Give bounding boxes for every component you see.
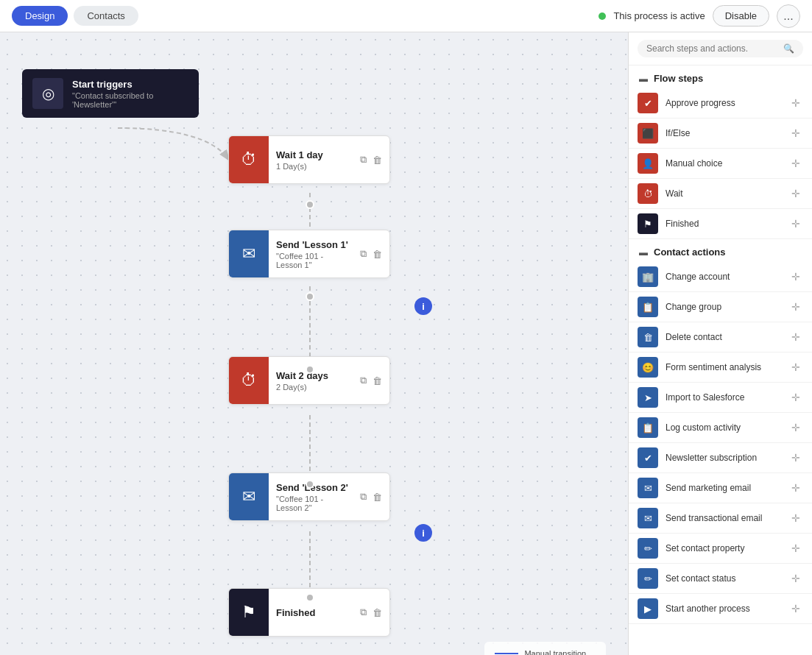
flow-step-label: Manual choice [666,158,781,169]
wait2-actions: ⧉ 🗑 [359,373,389,388]
send1-icon: ✉ [229,230,269,277]
contact-action-item[interactable]: 🗑 Delete contact ✛ [629,322,812,353]
contact-action-add-btn[interactable]: ✛ [788,269,803,284]
send2-icon: ✉ [229,473,269,520]
finished-icon: ⚑ [229,589,269,636]
contact-action-label: Delete contact [666,332,781,342]
more-options-button[interactable]: ... [777,4,800,28]
connector-dot-3 [306,365,314,374]
contact-action-add-btn[interactable]: ✛ [788,360,803,375]
contact-action-label: Start another process [666,603,781,614]
flow-step-icon: 👤 [638,153,658,174]
wait2-delete-btn[interactable]: 🗑 [371,374,384,388]
contact-action-add-btn[interactable]: ✛ [788,450,803,465]
flow-step-label: Finished [666,219,781,229]
collapse-icon[interactable]: ▬ [639,74,648,84]
finished-actions: ⧉ 🗑 [359,605,389,620]
node-wait2[interactable]: ⏱ Wait 2 days 2 Day(s) ⧉ 🗑 [228,356,390,405]
collapse-icon-2[interactable]: ▬ [639,247,648,258]
search-icon: 🔍 [783,43,794,54]
contact-action-add-btn[interactable]: ✛ [788,390,803,405]
flow-steps-label: Flow steps [654,73,703,84]
wait2-subtitle: 2 Day(s) [276,383,351,392]
contact-actions-header: ▬ Contact actions [629,239,812,262]
start-trigger-title: Start triggers [72,79,188,90]
flow-steps-list: ✔ Approve progress ✛ ⬛ If/Else ✛ 👤 Manua… [629,88,812,239]
flow-step-add-btn[interactable]: ✛ [788,216,803,231]
flow-step-item[interactable]: ✔ Approve progress ✛ [629,88,812,118]
wait1-delete-btn[interactable]: 🗑 [371,153,384,167]
send2-delete-btn[interactable]: 🗑 [371,490,384,504]
contact-action-item[interactable]: ▶ Start another process ✛ [629,594,812,624]
contact-action-add-btn[interactable]: ✛ [788,541,803,556]
contact-action-icon: ✉ [638,478,658,498]
contact-action-add-btn[interactable]: ✛ [788,511,803,525]
send2-subtitle: "Coffee 101 - Lesson 2" [276,495,351,512]
contact-action-label: Newsletter subscription [666,453,781,463]
contact-action-icon: ▶ [638,598,658,619]
contact-action-item[interactable]: ✉ Send transactional email ✛ [629,503,812,534]
contact-action-add-btn[interactable]: ✛ [788,601,803,616]
contact-action-item[interactable]: ✏ Set contact status ✛ [629,564,812,594]
contact-action-label: Set contact property [666,543,781,553]
contact-action-add-btn[interactable]: ✛ [788,330,803,344]
start-trigger-text: Start triggers "Contact subscribed to 'N… [72,79,188,109]
contact-action-item[interactable]: ✔ Newsletter subscription ✛ [629,443,812,473]
info-circle-2[interactable]: i [414,524,432,542]
flow-step-add-btn[interactable]: ✛ [788,96,803,110]
canvas[interactable]: ◎ Start triggers "Contact subscribed to … [0,32,628,655]
tab-design[interactable]: Design [12,6,68,26]
finished-copy-btn[interactable]: ⧉ [359,605,368,620]
finished-title: Finished [276,607,351,618]
flow-step-item[interactable]: ⏱ Wait ✛ [629,179,812,209]
legend: Manual transition Automatic transition [484,642,606,655]
contact-action-item[interactable]: 😊 Form sentiment analysis ✛ [629,353,812,383]
contact-action-label: Change account [666,272,781,282]
finished-content: Finished [269,601,359,624]
flow-step-add-btn[interactable]: ✛ [788,126,803,141]
tab-contacts[interactable]: Contacts [74,6,138,26]
status-text: This process is active [613,10,705,21]
send1-subtitle: "Coffee 101 - Lesson 1" [276,252,351,269]
contact-actions-label: Contact actions [654,247,726,258]
wait1-actions: ⧉ 🗑 [359,152,389,167]
node-wait1[interactable]: ⏱ Wait 1 day 1 Day(s) ⧉ 🗑 [228,135,390,184]
contact-action-add-btn[interactable]: ✛ [788,571,803,586]
contact-action-item[interactable]: ➤ Import to Salesforce ✛ [629,383,812,413]
finished-delete-btn[interactable]: 🗑 [371,606,384,620]
wait2-copy-btn[interactable]: ⧉ [359,373,368,388]
canvas-content: ◎ Start triggers "Contact subscribed to … [0,32,628,655]
send1-title: Send 'Lesson 1' [276,239,351,250]
flow-step-add-btn[interactable]: ✛ [788,186,803,201]
contact-action-icon: 📋 [638,417,658,438]
contact-action-item[interactable]: ✉ Send marketing email ✛ [629,473,812,503]
send1-copy-btn[interactable]: ⧉ [359,247,368,261]
contact-action-item[interactable]: 📋 Log custom activity ✛ [629,413,812,443]
flow-step-item[interactable]: ⚑ Finished ✛ [629,209,812,239]
wait1-copy-btn[interactable]: ⧉ [359,152,368,167]
connector-dot-1 [306,200,314,209]
start-trigger[interactable]: ◎ Start triggers "Contact subscribed to … [22,69,199,118]
flow-step-add-btn[interactable]: ✛ [788,156,803,171]
contact-action-label: Import to Salesforce [666,392,781,403]
flow-step-item[interactable]: 👤 Manual choice ✛ [629,149,812,179]
info-circle-1[interactable]: i [414,297,432,315]
flow-step-item[interactable]: ⬛ If/Else ✛ [629,118,812,149]
node-send1[interactable]: ✉ Send 'Lesson 1' "Coffee 101 - Lesson 1… [228,230,390,278]
status-dot [599,13,606,20]
contact-action-item[interactable]: 🏢 Change account ✛ [629,262,812,292]
contact-action-item[interactable]: ✏ Set contact property ✛ [629,534,812,564]
contact-action-icon: 🏢 [638,266,658,287]
contact-action-item[interactable]: 📋 Change group ✛ [629,292,812,322]
contact-action-add-btn[interactable]: ✛ [788,481,803,495]
contact-action-label: Set contact status [666,573,781,584]
send2-copy-btn[interactable]: ⧉ [359,489,368,504]
disable-button[interactable]: Disable [713,5,769,26]
contact-action-add-btn[interactable]: ✛ [788,420,803,435]
flow-step-label: Approve progress [666,98,781,108]
send1-delete-btn[interactable]: 🗑 [371,247,384,261]
search-wrapper[interactable]: 🔍 [638,40,803,57]
contact-action-add-btn[interactable]: ✛ [788,300,803,314]
search-input[interactable] [646,43,779,54]
header: Design Contacts This process is active D… [0,0,812,32]
